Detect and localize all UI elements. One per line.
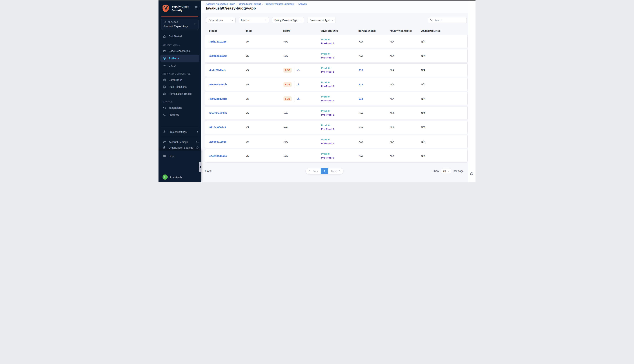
dependency-filter-dropdown[interactable]: Dependency: [206, 17, 235, 23]
sidebar-item-remediation-tracker[interactable]: Remediation Tracker: [159, 90, 201, 97]
chevron-down-icon: [447, 170, 449, 172]
breadcrumb-account-link[interactable]: Account: Automation-SSCA: [206, 2, 235, 5]
table-body: 33d114e1c225 v5 N/A Prod: 0 Pre-Prod: 0 …: [205, 35, 468, 164]
policy-violation-type-filter-dropdown[interactable]: Policy Violation Type: [272, 17, 304, 23]
sidebar-item-organization-settings[interactable]: Organization Settings: [159, 145, 201, 150]
project-cube-icon: [164, 21, 166, 24]
app-switcher-grid-icon[interactable]: [195, 6, 199, 10]
right-gutter: [468, 0, 475, 182]
digest-link[interactable]: ee4218cdba0c: [209, 154, 227, 158]
download-sbom-icon[interactable]: [297, 68, 300, 72]
prod-count: Prod: 0: [321, 81, 359, 84]
preprod-count: Pre-Prod: 0: [321, 70, 359, 74]
digest-link[interactable]: 9710cf6667c9: [209, 126, 226, 129]
breadcrumb-project-link[interactable]: Project: Product Exploratory: [265, 2, 294, 5]
digest-link[interactable]: 33d114e1c225: [209, 40, 226, 43]
digest-cell: a9c6e00c66bb: [209, 83, 246, 86]
page-header: Account: Automation-SSCA › Organization:…: [201, 0, 468, 13]
preprod-count: Pre-Prod: 0: [321, 99, 359, 103]
info-icon[interactable]: [196, 141, 199, 144]
dependencies-cell: N/A: [359, 54, 390, 57]
user-menu[interactable]: L Lavakush: [159, 174, 201, 180]
chevron-right-icon: [194, 23, 196, 26]
column-header-vulnerabilities: VULNERABILITIES: [421, 30, 468, 32]
dependencies-value[interactable]: 218: [359, 69, 363, 72]
per-page-label: per page: [454, 170, 464, 172]
environments-cell: Prod: 0 Pre-Prod: 0: [321, 52, 359, 60]
policy-violations-cell: N/A: [390, 54, 421, 57]
policy-violations-cell: N/A: [390, 83, 421, 86]
sidebar-item-artifacts[interactable]: Artifacts: [160, 54, 199, 62]
digest-cell: 5dab9caa79c5: [209, 112, 246, 114]
prod-count: Prod: 0: [321, 66, 359, 70]
environments-cell: Prod: 0 Pre-Prod: 0: [321, 95, 359, 103]
tag-cell: v5: [246, 126, 283, 129]
sbom-cell: N/A: [283, 126, 321, 129]
sidebar-divider: [161, 137, 198, 137]
sidebar-collapse-handle[interactable]: [199, 162, 201, 172]
dependencies-cell: 218: [359, 97, 390, 100]
sidebar-item-label: Integrations: [169, 106, 182, 109]
breadcrumb-organization-link[interactable]: Organization: default: [239, 2, 261, 5]
breadcrumb-artifacts-link[interactable]: Artifacts: [298, 2, 307, 5]
sbom-score-group: 6.38: [283, 82, 300, 88]
sidebar-item-account-settings[interactable]: Account Settings: [159, 139, 201, 145]
download-sbom-icon[interactable]: [297, 83, 300, 86]
sidebar-item-cicd[interactable]: CI/CD: [159, 62, 201, 69]
sidebar-item-label: Remediation Tracker: [169, 92, 192, 95]
digest-link[interactable]: dcdd29b7fafb: [209, 69, 226, 72]
section-label-manage: MANAGE: [159, 100, 201, 103]
digest-cell: 2c5365718e88: [209, 140, 246, 143]
gear-icon: [163, 130, 166, 134]
help-chat-icon: ?: [163, 154, 166, 158]
sidebar-item-compliance[interactable]: Compliance: [159, 76, 201, 84]
sbom-score-badge: 6.38: [283, 96, 292, 101]
next-page-button[interactable]: Next: [328, 168, 343, 174]
sidebar-item-rule-definitions[interactable]: Rule Definitions: [159, 84, 201, 90]
chevron-right-icon: [196, 131, 199, 133]
vulnerabilities-cell: N/A: [421, 97, 467, 100]
tag-cell: v5: [246, 97, 283, 100]
dependencies-value: N/A: [359, 112, 363, 114]
sidebar-footer-spacer: [159, 160, 201, 174]
search-input[interactable]: [434, 19, 465, 22]
vulnerabilities-cell: N/A: [421, 126, 467, 129]
page-title: lavakush07/easy-buggy-app: [206, 6, 468, 10]
digest-link[interactable]: 2c5365718e88: [209, 140, 226, 143]
download-sbom-icon[interactable]: [297, 97, 300, 100]
preprod-count: Pre-Prod: 0: [321, 142, 359, 146]
breadcrumb-separator: ›: [237, 2, 237, 5]
sidebar-item-project-settings[interactable]: Project Settings: [159, 129, 201, 135]
environments-cell: Prod: 0 Pre-Prod: 0: [321, 81, 359, 88]
document-search-icon: [163, 78, 166, 82]
dependencies-value[interactable]: 218: [359, 97, 363, 100]
info-icon[interactable]: [196, 146, 199, 149]
sidebar-item-code-repositories[interactable]: Code Repositories: [159, 48, 201, 54]
sidebar-item-pipelines[interactable]: Pipelines: [159, 111, 201, 118]
sidebar-item-label: Account Settings: [169, 140, 188, 144]
page-number-button[interactable]: 1: [321, 168, 328, 174]
feedback-chat-icon[interactable]: [470, 172, 475, 177]
project-selector[interactable]: PROJECT Product Exploratory: [161, 19, 198, 30]
help-button[interactable]: ? Help: [159, 153, 201, 160]
digest-cell: ee4218cdba0c: [209, 154, 246, 158]
digest-link[interactable]: c69c5b6a8ae2: [209, 54, 227, 57]
supply-chain-security-logo-icon: [162, 4, 169, 14]
page-size-select[interactable]: 20: [441, 168, 451, 174]
vulnerabilities-cell: N/A: [421, 40, 467, 43]
tag-cell: v5: [246, 112, 283, 114]
sidebar-item-integrations[interactable]: Integrations: [159, 104, 201, 111]
license-filter-dropdown[interactable]: License: [239, 17, 269, 23]
table-row: 479e2acd981b v5 6.38 Prod: 0 Pre-Prod: 0…: [205, 92, 468, 106]
next-label: Next: [331, 170, 337, 173]
digest-link[interactable]: a9c6e00c66bb: [209, 83, 227, 86]
prev-page-button[interactable]: Prev: [306, 168, 321, 174]
sbom-cell: N/A: [283, 54, 321, 57]
sbom-cell-divider: [294, 67, 294, 73]
environment-type-filter-dropdown[interactable]: Environment Type: [307, 17, 336, 23]
column-header-dependencies: DEPENDENCIES: [359, 30, 390, 32]
digest-link[interactable]: 479e2acd981b: [209, 97, 227, 100]
digest-link[interactable]: 5dab9caa79c5: [209, 112, 227, 114]
dependencies-value[interactable]: 218: [359, 83, 363, 86]
sidebar-item-get-started[interactable]: Get Started: [159, 33, 201, 40]
